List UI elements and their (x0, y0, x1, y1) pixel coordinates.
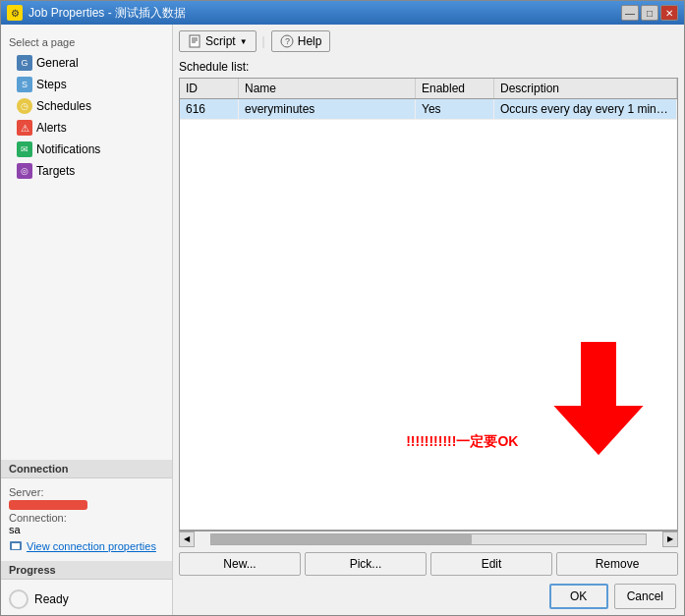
ok-cancel-row: OK Cancel (179, 584, 678, 609)
help-icon: ? (280, 34, 294, 48)
cell-id: 616 (180, 99, 239, 120)
col-name: Name (239, 79, 416, 98)
col-enabled: Enabled (416, 79, 494, 98)
sidebar-item-steps-label: Steps (36, 78, 67, 91)
toolbar-separator: | (262, 34, 265, 48)
progress-spinner (9, 589, 29, 609)
connection-info: Server: Connection: sa View connection p… (1, 478, 172, 561)
horizontal-scrollbar[interactable]: ◀ ▶ (179, 531, 678, 546)
script-button[interactable]: Script ▼ (179, 30, 257, 52)
edit-button[interactable]: Edit (430, 552, 552, 576)
schedule-table: ID Name Enabled Description 616 everymin… (179, 78, 678, 531)
main-window: ⚙ Job Properties - 测试插入数据 — □ ✕ Select a… (0, 0, 685, 616)
cell-description: Occurs every day every 1 minute(s) b (494, 99, 677, 120)
svg-text:?: ? (285, 36, 290, 46)
svg-rect-1 (12, 543, 20, 549)
sidebar-item-notifications[interactable]: ✉ Notifications (1, 139, 172, 160)
sidebar-item-schedules[interactable]: ◷ Schedules (1, 95, 172, 117)
sidebar-item-steps[interactable]: S Steps (1, 74, 172, 95)
sidebar-item-general[interactable]: G General (1, 52, 172, 74)
connection-icon (9, 539, 23, 553)
script-icon (188, 34, 201, 48)
steps-icon: S (17, 77, 32, 92)
server-label: Server: (9, 486, 164, 498)
close-button[interactable]: ✕ (660, 5, 678, 21)
maximize-button[interactable]: □ (641, 5, 658, 21)
sidebar-item-targets[interactable]: ◎ Targets (1, 160, 172, 182)
table-body: 616 everyminutes Yes Occurs every day ev… (180, 99, 677, 530)
server-value (9, 500, 87, 510)
title-buttons: — □ ✕ (621, 5, 678, 21)
connection-type-label: Connection: (9, 512, 164, 524)
title-bar: ⚙ Job Properties - 测试插入数据 — □ ✕ (1, 1, 684, 25)
sidebar: Select a page G General S Steps ◷ (1, 25, 173, 615)
toolbar: Script ▼ | ? Help (179, 30, 678, 52)
sidebar-item-alerts-label: Alerts (36, 121, 67, 135)
progress-section: Progress Ready (1, 561, 172, 615)
notifications-icon: ✉ (17, 141, 32, 157)
table-row[interactable]: 616 everyminutes Yes Occurs every day ev… (180, 99, 677, 120)
help-button[interactable]: ? Help (271, 30, 331, 52)
main-content: Script ▼ | ? Help Schedule list: ID (173, 25, 684, 615)
cell-name: everyminutes (239, 99, 416, 120)
col-id: ID (180, 79, 239, 98)
script-dropdown-arrow: ▼ (240, 37, 248, 46)
sidebar-item-targets-label: Targets (36, 164, 75, 178)
alerts-icon: ⚠ (17, 120, 32, 136)
sidebar-item-schedules-label: Schedules (36, 99, 91, 113)
sidebar-item-general-label: General (36, 56, 79, 70)
view-connection-link[interactable]: View connection properties (9, 539, 164, 553)
pick-button[interactable]: Pick... (305, 552, 427, 576)
general-icon: G (17, 55, 32, 71)
title-bar-left: ⚙ Job Properties - 测试插入数据 (7, 5, 186, 22)
col-description: Description (494, 79, 677, 98)
progress-content: Ready (1, 584, 172, 615)
svg-rect-2 (190, 35, 200, 47)
action-buttons: New... Pick... Edit Remove (179, 552, 678, 576)
sidebar-section-title: Select a page (1, 32, 172, 52)
connection-header: Connection (1, 460, 172, 478)
window-content: Select a page G General S Steps ◷ (1, 25, 684, 615)
progress-header: Progress (1, 561, 172, 580)
schedule-list-label: Schedule list: (179, 60, 678, 74)
connection-section: Connection Server: Connection: sa View c… (1, 460, 172, 561)
cancel-button[interactable]: Cancel (614, 584, 676, 609)
minimize-button[interactable]: — (621, 5, 639, 21)
new-button[interactable]: New... (179, 552, 301, 576)
connection-user: sa (9, 524, 164, 535)
scroll-left-arrow[interactable]: ◀ (179, 532, 195, 547)
ok-button[interactable]: OK (549, 584, 608, 609)
sidebar-top: Select a page G General S Steps ◷ (1, 25, 172, 460)
targets-icon: ◎ (17, 163, 32, 179)
sidebar-item-alerts[interactable]: ⚠ Alerts (1, 117, 172, 139)
window-icon: ⚙ (7, 5, 23, 21)
progress-status: Ready (34, 592, 69, 606)
scrollbar-track[interactable] (210, 533, 647, 545)
scroll-right-arrow[interactable]: ▶ (662, 532, 678, 547)
window-title: Job Properties - 测试插入数据 (29, 5, 186, 22)
cell-enabled: Yes (416, 99, 494, 120)
schedules-icon: ◷ (17, 98, 32, 114)
sidebar-item-notifications-label: Notifications (36, 142, 100, 156)
remove-button[interactable]: Remove (556, 552, 678, 576)
table-header: ID Name Enabled Description (180, 79, 677, 99)
